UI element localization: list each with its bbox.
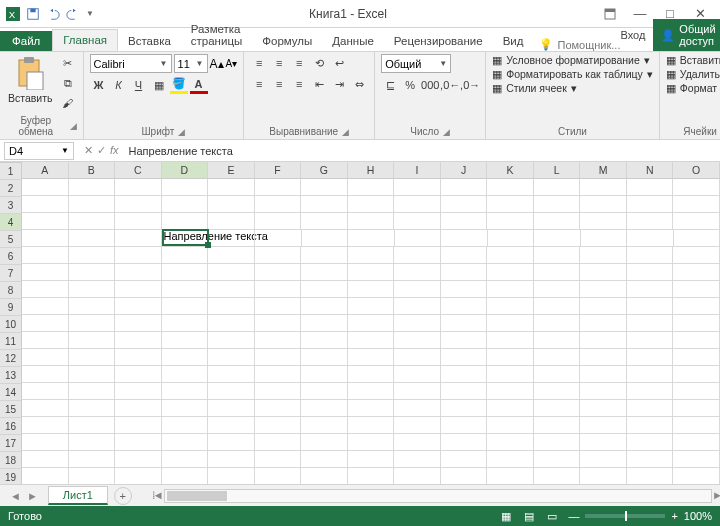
cell[interactable]	[22, 213, 69, 230]
cell[interactable]	[69, 400, 116, 417]
cell[interactable]	[348, 332, 395, 349]
col-header[interactable]: L	[534, 162, 581, 178]
cell[interactable]	[673, 179, 720, 196]
fill-color-icon[interactable]: 🪣	[170, 76, 188, 94]
cell[interactable]	[627, 264, 674, 281]
cell[interactable]	[301, 366, 348, 383]
cell[interactable]	[580, 196, 627, 213]
cell[interactable]	[208, 298, 255, 315]
cell[interactable]	[255, 247, 302, 264]
cell[interactable]	[22, 383, 69, 400]
cell[interactable]	[69, 349, 116, 366]
enter-formula-icon[interactable]: ✓	[97, 144, 106, 157]
cell[interactable]	[22, 298, 69, 315]
cell[interactable]	[348, 315, 395, 332]
cell[interactable]	[115, 366, 162, 383]
sheet-nav-next-icon[interactable]: ►	[27, 490, 38, 502]
indent-inc-icon[interactable]: ⇥	[330, 75, 348, 93]
cell[interactable]	[627, 468, 674, 484]
cell[interactable]	[22, 349, 69, 366]
cell[interactable]	[441, 434, 488, 451]
cell[interactable]	[348, 400, 395, 417]
cell[interactable]	[255, 179, 302, 196]
col-header[interactable]: N	[627, 162, 674, 178]
cell[interactable]	[487, 298, 534, 315]
cell[interactable]	[69, 383, 116, 400]
cell[interactable]	[301, 213, 348, 230]
tab-formulas[interactable]: Формулы	[252, 31, 322, 51]
sheet-nav-prev-icon[interactable]: ◄	[10, 490, 21, 502]
cell[interactable]	[441, 417, 488, 434]
horizontal-scrollbar[interactable]: ◄►	[164, 489, 712, 503]
cell[interactable]	[301, 349, 348, 366]
cell[interactable]	[208, 383, 255, 400]
cell[interactable]	[162, 383, 209, 400]
cell[interactable]	[115, 315, 162, 332]
cell[interactable]	[22, 366, 69, 383]
cell[interactable]	[255, 349, 302, 366]
currency-icon[interactable]: ⊑	[381, 76, 399, 94]
row-header[interactable]: 14	[0, 384, 21, 401]
cell-styles-button[interactable]: ▦Стили ячеек ▾	[492, 82, 653, 94]
cell[interactable]	[534, 179, 581, 196]
cell[interactable]	[255, 315, 302, 332]
cell[interactable]	[22, 230, 69, 247]
cell[interactable]	[441, 298, 488, 315]
cell[interactable]	[22, 332, 69, 349]
col-header[interactable]: E	[208, 162, 255, 178]
row-header[interactable]: 8	[0, 282, 21, 299]
cell[interactable]	[208, 247, 255, 264]
cell[interactable]	[348, 349, 395, 366]
cell[interactable]	[534, 247, 581, 264]
cell[interactable]	[69, 298, 116, 315]
row-header[interactable]: 9	[0, 299, 21, 316]
align-top-icon[interactable]: ≡	[250, 54, 268, 72]
cell[interactable]	[301, 417, 348, 434]
cell[interactable]	[534, 213, 581, 230]
cell[interactable]	[348, 451, 395, 468]
cell[interactable]	[441, 196, 488, 213]
cell[interactable]	[487, 196, 534, 213]
underline-icon[interactable]: Ч	[130, 76, 148, 94]
cell[interactable]	[673, 281, 720, 298]
row-header[interactable]: 11	[0, 333, 21, 350]
cell[interactable]	[627, 196, 674, 213]
cell[interactable]	[115, 213, 162, 230]
cell[interactable]	[255, 332, 302, 349]
wrap-text-icon[interactable]: ↩	[330, 54, 348, 72]
cell[interactable]	[581, 230, 628, 247]
cell[interactable]	[487, 315, 534, 332]
cell[interactable]	[301, 383, 348, 400]
cell[interactable]	[627, 434, 674, 451]
cell[interactable]	[302, 230, 349, 247]
cell[interactable]	[534, 468, 581, 484]
cell[interactable]	[394, 468, 441, 484]
cell[interactable]	[22, 400, 69, 417]
font-size-combo[interactable]: 11▼	[174, 54, 208, 73]
cell[interactable]	[580, 281, 627, 298]
cell[interactable]	[627, 400, 674, 417]
cell[interactable]	[301, 298, 348, 315]
shrink-font-icon[interactable]: A▾	[226, 58, 238, 69]
align-launcher-icon[interactable]: ◢	[342, 127, 349, 137]
cell[interactable]	[394, 332, 441, 349]
cell[interactable]	[69, 468, 116, 484]
save-icon[interactable]	[26, 7, 40, 21]
cell[interactable]	[487, 332, 534, 349]
tab-file[interactable]: Файл	[0, 31, 52, 51]
cell[interactable]	[162, 468, 209, 484]
cell[interactable]	[255, 383, 302, 400]
zoom-in-icon[interactable]: +	[671, 510, 677, 522]
percent-icon[interactable]: %	[401, 76, 419, 94]
cell[interactable]	[534, 264, 581, 281]
cell[interactable]	[115, 400, 162, 417]
cell[interactable]	[162, 196, 209, 213]
comma-icon[interactable]: 000	[421, 76, 439, 94]
col-header[interactable]: D	[162, 162, 209, 178]
cell[interactable]	[22, 434, 69, 451]
col-header[interactable]: G	[301, 162, 348, 178]
cell[interactable]	[115, 417, 162, 434]
col-header[interactable]: O	[673, 162, 720, 178]
cell[interactable]	[627, 298, 674, 315]
cut-icon[interactable]: ✂	[59, 54, 77, 72]
